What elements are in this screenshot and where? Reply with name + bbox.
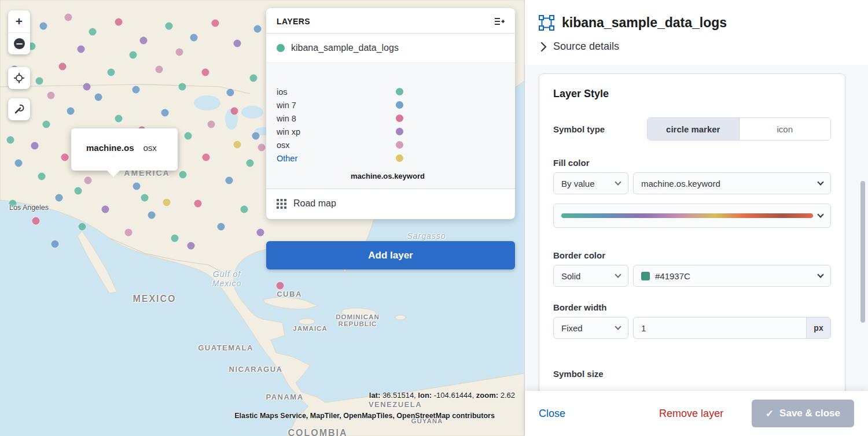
- fill-color-method-select[interactable]: By value: [553, 172, 628, 194]
- map-marker[interactable]: [129, 51, 138, 60]
- map-marker[interactable]: [14, 159, 23, 168]
- layer-color-dot: [277, 44, 285, 52]
- map-marker[interactable]: [6, 136, 15, 145]
- map-marker[interactable]: [39, 22, 48, 31]
- map-marker[interactable]: [64, 13, 73, 22]
- map-marker[interactable]: [171, 234, 179, 243]
- color-ramp-gradient: [561, 213, 813, 218]
- map-marker[interactable]: [240, 205, 249, 214]
- map-marker[interactable]: [276, 282, 285, 290]
- map-marker[interactable]: [78, 223, 87, 231]
- map-marker[interactable]: [161, 109, 170, 117]
- map-marker[interactable]: [84, 176, 93, 185]
- set-view-button[interactable]: [8, 67, 30, 89]
- layers-panel-title: LAYERS: [277, 17, 310, 26]
- map-marker[interactable]: [163, 198, 171, 207]
- map-marker[interactable]: [74, 187, 83, 195]
- source-details-accordion[interactable]: Source details: [540, 40, 854, 53]
- border-color-method-select[interactable]: Solid: [553, 265, 628, 287]
- map-marker[interactable]: [67, 107, 75, 116]
- map-marker[interactable]: [139, 36, 148, 45]
- map-marker[interactable]: [211, 19, 220, 28]
- map-marker[interactable]: [141, 194, 149, 202]
- symbol-type-option-circle-marker[interactable]: circle marker: [648, 118, 739, 140]
- map-marker[interactable]: [107, 68, 116, 77]
- map-place-label: MEXICO: [133, 294, 176, 304]
- map-marker[interactable]: [115, 18, 123, 27]
- chevron-down-icon: [817, 211, 823, 217]
- map-marker[interactable]: [187, 242, 196, 250]
- map-marker[interactable]: [38, 172, 46, 181]
- chevron-right-icon: [540, 42, 547, 52]
- map-marker[interactable]: [202, 153, 211, 162]
- map-marker[interactable]: [61, 153, 69, 162]
- map-marker[interactable]: [148, 211, 156, 220]
- map-marker[interactable]: [253, 25, 262, 34]
- border-width-input[interactable]: 1: [634, 317, 806, 338]
- border-color-hex: #41937C: [655, 271, 690, 281]
- map-marker[interactable]: [178, 83, 187, 91]
- map-place-label: CUBA: [277, 290, 302, 298]
- map-marker[interactable]: [94, 93, 103, 102]
- fill-color-field-select[interactable]: machine.os.keyword: [633, 172, 831, 194]
- map-place-label: NICARAGUA: [229, 365, 283, 374]
- map-marker[interactable]: [155, 65, 164, 74]
- add-layer-button[interactable]: Add layer: [266, 241, 515, 269]
- map-marker[interactable]: [233, 141, 242, 149]
- map-marker[interactable]: [256, 228, 265, 237]
- map-marker[interactable]: [124, 228, 133, 237]
- map-marker[interactable]: [201, 68, 210, 77]
- legend-field-name: machine.os.keyword: [351, 172, 505, 180]
- layer-list-item[interactable]: kibana_sample_data_logs: [266, 34, 515, 62]
- map-marker[interactable]: [190, 34, 198, 42]
- map-marker[interactable]: [258, 143, 266, 152]
- collapse-legend-icon[interactable]: [494, 17, 505, 26]
- map-marker[interactable]: [77, 45, 86, 54]
- zoom-out-button[interactable]: [8, 32, 30, 54]
- map-attribution[interactable]: Elastic Maps Service, MapTiler, OpenMapT…: [234, 412, 495, 420]
- map-marker[interactable]: [42, 120, 51, 129]
- remove-layer-button[interactable]: Remove layer: [659, 408, 723, 420]
- map-marker[interactable]: [226, 88, 235, 97]
- border-color-value-select[interactable]: #41937C: [633, 265, 831, 287]
- map-marker[interactable]: [184, 132, 193, 141]
- settings-title: kibana_sample_data_logs: [562, 15, 727, 31]
- map-marker[interactable]: [35, 77, 44, 86]
- map-marker[interactable]: [217, 223, 226, 231]
- map-marker[interactable]: [230, 107, 239, 116]
- scrollbar-thumb[interactable]: [860, 181, 865, 323]
- legend-other-link[interactable]: Other: [277, 154, 297, 163]
- map-marker[interactable]: [252, 132, 260, 141]
- map-marker[interactable]: [249, 74, 258, 83]
- map-marker[interactable]: [207, 120, 216, 129]
- close-button[interactable]: Close: [539, 408, 565, 420]
- map-marker[interactable]: [89, 28, 97, 36]
- map-marker[interactable]: [179, 171, 187, 179]
- map-marker[interactable]: [83, 83, 91, 91]
- map-marker[interactable]: [133, 182, 141, 191]
- color-ramp-select[interactable]: [553, 204, 831, 228]
- save-and-close-button[interactable]: ✓ Save & close: [752, 400, 854, 427]
- map-marker[interactable]: [51, 240, 60, 249]
- zoom-in-button[interactable]: +: [8, 10, 30, 32]
- tools-button[interactable]: [8, 98, 30, 120]
- base-layer-item[interactable]: Road map: [266, 189, 515, 219]
- map-marker[interactable]: [101, 205, 110, 214]
- map-marker[interactable]: [55, 194, 64, 202]
- symbol-type-option-icon[interactable]: icon: [739, 118, 831, 140]
- legend-color-dot: [395, 127, 404, 136]
- map-marker[interactable]: [233, 39, 242, 48]
- map-marker[interactable]: [132, 86, 141, 94]
- legend-category-label: win xp: [277, 127, 300, 136]
- map-marker[interactable]: [115, 114, 123, 123]
- map-marker[interactable]: [32, 217, 41, 226]
- map-marker[interactable]: [194, 199, 203, 208]
- map-marker[interactable]: [58, 62, 67, 71]
- map-marker[interactable]: [165, 22, 174, 31]
- map-marker[interactable]: [31, 142, 39, 150]
- border-width-method-select[interactable]: Fixed: [553, 317, 628, 339]
- map-marker[interactable]: [47, 91, 56, 100]
- map-marker[interactable]: [246, 159, 255, 168]
- map-marker[interactable]: [175, 48, 184, 57]
- map-marker[interactable]: [225, 176, 234, 185]
